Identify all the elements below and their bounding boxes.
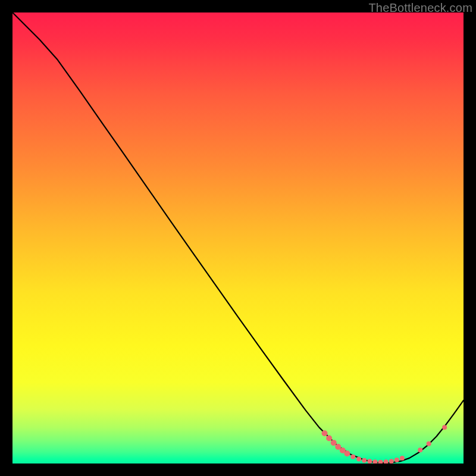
data-marker (350, 455, 355, 459)
data-marker (442, 425, 447, 430)
data-marker (331, 440, 337, 446)
data-marker (378, 460, 383, 464)
data-marker (418, 447, 422, 452)
data-marker (367, 459, 372, 464)
data-marker (400, 456, 405, 461)
data-marker (344, 450, 350, 456)
plot-area (12, 12, 464, 464)
data-marker (394, 458, 399, 462)
bottleneck-curve (12, 12, 464, 463)
data-marker (362, 458, 367, 463)
data-marker (389, 459, 394, 464)
data-marker (340, 447, 346, 453)
data-marker (335, 444, 341, 450)
curve-markers (322, 425, 447, 464)
data-marker (427, 441, 431, 446)
chart-stage: TheBottleneck.com (0, 0, 476, 476)
data-marker (356, 456, 361, 461)
data-marker (326, 436, 332, 441)
data-marker (322, 430, 328, 436)
data-marker (384, 459, 389, 464)
chart-overlay (12, 12, 464, 464)
data-marker (372, 459, 377, 464)
